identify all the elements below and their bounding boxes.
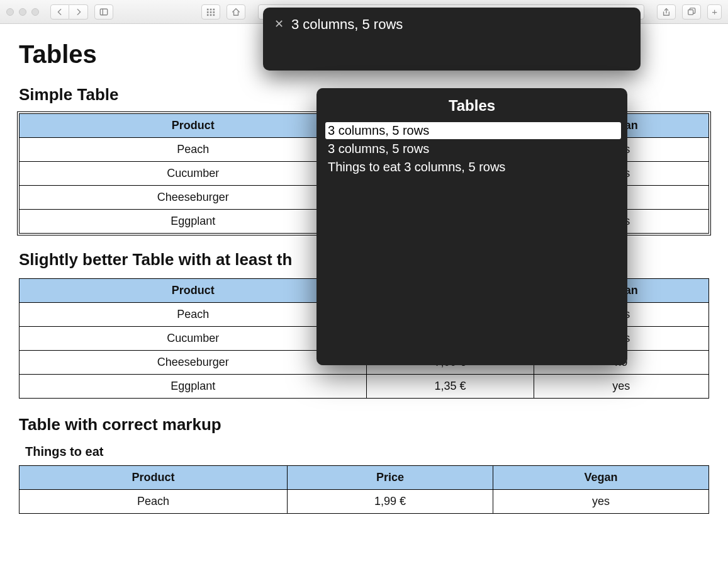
svg-rect-10 xyxy=(213,14,215,16)
cell: 1,99 € xyxy=(288,490,493,514)
voiceover-readout-panel: ✕ 3 columns, 5 rows xyxy=(263,8,641,71)
correct-markup-table: Product Price Vegan Peach1,99 €yes xyxy=(19,465,709,514)
svg-rect-9 xyxy=(210,14,212,16)
cell: Peach xyxy=(20,303,367,327)
svg-rect-5 xyxy=(207,11,209,13)
close-window-icon[interactable] xyxy=(6,8,14,16)
svg-rect-7 xyxy=(213,11,215,13)
tabs-icon xyxy=(687,8,696,16)
cell: 1,35 € xyxy=(367,375,534,399)
voiceover-rotor-title: Tables xyxy=(316,88,627,122)
home-button[interactable] xyxy=(227,4,245,20)
cell: Peach xyxy=(20,490,288,514)
chevron-right-icon xyxy=(74,8,83,16)
column-header: Product xyxy=(20,466,288,490)
column-header: Product xyxy=(20,279,367,303)
column-header: Vegan xyxy=(493,466,708,490)
tabs-button[interactable] xyxy=(682,4,701,20)
voiceover-rotor-panel: Tables 3 columns, 5 rows 3 columns, 5 ro… xyxy=(316,88,627,365)
svg-rect-2 xyxy=(207,8,209,10)
voiceover-rotor-item[interactable]: 3 columns, 5 rows xyxy=(325,122,621,139)
table-row: Eggplant1,35 €yes xyxy=(20,375,709,399)
voiceover-rotor-list: 3 columns, 5 rows 3 columns, 5 rows Thin… xyxy=(316,122,627,184)
svg-rect-3 xyxy=(210,8,212,10)
voiceover-rotor-item[interactable]: 3 columns, 5 rows xyxy=(325,140,621,157)
cell: Eggplant xyxy=(20,210,367,234)
plus-icon: + xyxy=(712,7,717,16)
table-caption: Things to eat xyxy=(25,445,709,459)
minimize-window-icon[interactable] xyxy=(19,8,26,16)
column-header: Price xyxy=(288,466,493,490)
sidebar-toggle-button[interactable] xyxy=(94,4,113,20)
share-button[interactable] xyxy=(657,4,676,20)
svg-rect-11 xyxy=(688,9,693,14)
window-traffic-lights xyxy=(6,8,39,16)
table-header-row: Product Price Vegan xyxy=(20,466,709,490)
zoom-window-icon[interactable] xyxy=(31,8,39,16)
table-row: Peach1,99 €yes xyxy=(20,490,709,514)
sidebar-icon xyxy=(99,8,108,16)
cell: Peach xyxy=(20,138,367,162)
new-tab-button[interactable]: + xyxy=(707,4,722,20)
grid-icon xyxy=(206,8,215,16)
svg-rect-6 xyxy=(210,11,212,13)
forward-button[interactable] xyxy=(69,4,88,20)
cell: Eggplant xyxy=(20,375,367,399)
voiceover-rotor-item[interactable]: Things to eat 3 columns, 5 rows xyxy=(325,159,621,176)
cell: yes xyxy=(493,490,708,514)
cell: Cucumber xyxy=(20,162,367,186)
close-icon[interactable]: ✕ xyxy=(274,18,284,30)
svg-rect-0 xyxy=(100,9,107,15)
column-header: Product xyxy=(20,114,367,138)
voiceover-readout-text: 3 columns, 5 rows xyxy=(291,16,403,33)
top-sites-button[interactable] xyxy=(201,4,220,20)
chevron-left-icon xyxy=(55,8,64,16)
cell: Cucumber xyxy=(20,327,367,351)
cell: yes xyxy=(534,375,708,399)
back-button[interactable] xyxy=(50,4,69,20)
svg-rect-8 xyxy=(207,14,209,16)
share-icon xyxy=(662,8,671,16)
section-heading: Table with correct markup xyxy=(19,415,709,434)
home-icon xyxy=(232,8,240,16)
cell: Cheeseburger xyxy=(20,186,367,210)
svg-rect-4 xyxy=(213,8,215,10)
cell: Cheeseburger xyxy=(20,351,367,375)
